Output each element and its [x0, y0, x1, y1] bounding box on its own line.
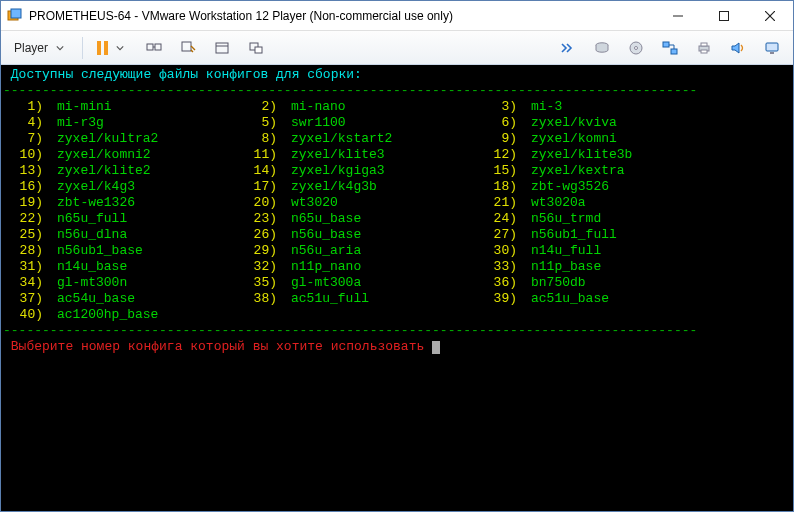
config-row: 13)zyxel/klite214)zyxel/kgiga315)zyxel/k…: [3, 163, 787, 179]
config-cell: 21)wt3020a: [477, 195, 787, 211]
config-row: 37)ac54u_base38)ac51u_full39)ac51u_base: [3, 291, 787, 307]
config-cell: 39)ac51u_base: [477, 291, 787, 307]
device-sound-button[interactable]: [723, 36, 753, 60]
terminal-header: Доступны следующие файлы конфигов для сб…: [3, 67, 362, 82]
terminal[interactable]: Доступны следующие файлы конфигов для сб…: [1, 65, 793, 511]
vmware-player-window: PROMETHEUS-64 - VMware Workstation 12 Pl…: [0, 0, 794, 512]
device-printer-button[interactable]: [689, 36, 719, 60]
config-name: n14u_full: [517, 243, 601, 259]
minimize-button[interactable]: [655, 1, 701, 30]
config-name: ac51u_base: [517, 291, 609, 307]
config-name: n11p_nano: [277, 259, 361, 275]
config-number: 39): [477, 291, 517, 307]
manage-button[interactable]: [173, 36, 203, 60]
config-name: n56u_aria: [277, 243, 361, 259]
config-name: mi-r3g: [43, 115, 104, 131]
config-name: ac51u_full: [277, 291, 369, 307]
config-name: zyxel/komni2: [43, 147, 151, 163]
config-name: zyxel/k4g3b: [277, 179, 377, 195]
config-number: 1): [3, 99, 43, 115]
config-number: 21): [477, 195, 517, 211]
config-cell: 16)zyxel/k4g3: [3, 179, 237, 195]
config-row: 16)zyxel/k4g317)zyxel/k4g3b18)zbt-wg3526: [3, 179, 787, 195]
config-cell: 18)zbt-wg3526: [477, 179, 787, 195]
config-cell: 40)ac1200hp_base: [3, 307, 237, 323]
config-name: n56ub1_base: [43, 243, 143, 259]
config-number: 9): [477, 131, 517, 147]
config-number: 15): [477, 163, 517, 179]
config-row: 4)mi-r3g5)swr11006)zyxel/kviva: [3, 115, 787, 131]
config-number: 27): [477, 227, 517, 243]
config-name: mi-nano: [277, 99, 346, 115]
config-number: 25): [3, 227, 43, 243]
chevron-down-icon: [52, 40, 68, 56]
device-cd-button[interactable]: [621, 36, 651, 60]
config-cell: 13)zyxel/klite2: [3, 163, 237, 179]
send-ctrl-alt-del-icon: [146, 40, 162, 56]
config-cell: 23)n65u_base: [237, 211, 477, 227]
player-menu-button[interactable]: Player: [7, 36, 75, 60]
config-cell: 31)n14u_base: [3, 259, 237, 275]
window-buttons: [655, 1, 793, 30]
config-number: 26): [237, 227, 277, 243]
config-number: 18): [477, 179, 517, 195]
config-name: wt3020a: [517, 195, 586, 211]
config-cell: 34)gl-mt300n: [3, 275, 237, 291]
config-number: 36): [477, 275, 517, 291]
chevron-down-icon: [112, 40, 128, 56]
config-cell: 1)mi-mini: [3, 99, 237, 115]
maximize-button[interactable]: [701, 1, 747, 30]
config-cell: 33)n11p_base: [477, 259, 787, 275]
config-number: 32): [237, 259, 277, 275]
svg-rect-18: [701, 43, 707, 46]
fullscreen-button[interactable]: [207, 36, 237, 60]
device-display-button[interactable]: [757, 36, 787, 60]
config-number: 14): [237, 163, 277, 179]
config-number: 20): [237, 195, 277, 211]
vmware-icon: [7, 8, 23, 24]
harddisk-icon: [594, 40, 610, 56]
pause-vm-button[interactable]: [90, 36, 135, 60]
config-row: 31)n14u_base32)n11p_nano33)n11p_base: [3, 259, 787, 275]
config-row: 25)n56u_dlna26)n56u_base27)n56ub1_full: [3, 227, 787, 243]
config-number: 3): [477, 99, 517, 115]
config-cell: 20)wt3020: [237, 195, 477, 211]
config-name: ac1200hp_base: [43, 307, 158, 323]
terminal-line: ----------------------------------------…: [3, 83, 787, 99]
config-number: 30): [477, 243, 517, 259]
unity-button[interactable]: [241, 36, 271, 60]
device-harddisk-button[interactable]: [587, 36, 617, 60]
device-expand-button[interactable]: [553, 36, 583, 60]
config-row: 1)mi-mini2)mi-nano3)mi-3: [3, 99, 787, 115]
config-cell: 24)n56u_trmd: [477, 211, 787, 227]
config-cell: 36)bn750db: [477, 275, 787, 291]
config-number: 16): [3, 179, 43, 195]
svg-rect-16: [671, 49, 677, 54]
config-cell: 6)zyxel/kviva: [477, 115, 787, 131]
svg-rect-6: [147, 44, 153, 50]
toolbar: Player: [1, 31, 793, 65]
config-name: zyxel/klite3: [277, 147, 385, 163]
config-number: 24): [477, 211, 517, 227]
config-name: zbt-wg3526: [517, 179, 609, 195]
device-network-button[interactable]: [655, 36, 685, 60]
config-name: zbt-we1326: [43, 195, 135, 211]
config-cell: 5)swr1100: [237, 115, 477, 131]
config-cell: 22)n65u_full: [3, 211, 237, 227]
send-ctrl-alt-del-button[interactable]: [139, 36, 169, 60]
terminal-prompt: Выберите номер конфига который вы хотите…: [3, 339, 424, 354]
config-cell: 8)zyxel/kstart2: [237, 131, 477, 147]
svg-rect-9: [216, 43, 228, 53]
config-name: zyxel/kgiga3: [277, 163, 385, 179]
titlebar[interactable]: PROMETHEUS-64 - VMware Workstation 12 Pl…: [1, 1, 793, 31]
config-name: zyxel/k4g3: [43, 179, 135, 195]
config-name: zyxel/kextra: [517, 163, 625, 179]
config-number: 40): [3, 307, 43, 323]
toolbar-separator: [82, 37, 83, 59]
config-cell: 9)zyxel/komni: [477, 131, 787, 147]
close-button[interactable]: [747, 1, 793, 30]
config-cell: 10)zyxel/komni2: [3, 147, 237, 163]
config-number: 38): [237, 291, 277, 307]
config-name: zyxel/klite3b: [517, 147, 632, 163]
config-number: 13): [3, 163, 43, 179]
